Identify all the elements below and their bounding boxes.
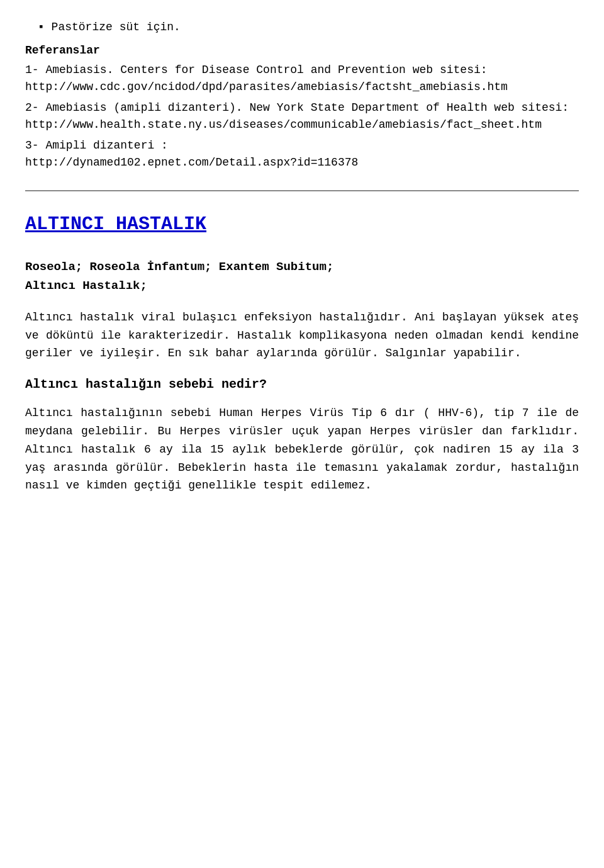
ref-3-number: 3-	[25, 139, 39, 152]
ref-item-3: 3- Amipli dizanteri : http://dynamed102.…	[25, 137, 579, 171]
subsection-title: Altıncı hastalığın sebebi nedir?	[25, 375, 579, 394]
ref-item-1: 1- Amebiasis. Centers for Disease Contro…	[25, 62, 579, 96]
ref-1-number: 1-	[25, 64, 39, 76]
ref-2-label: Amebiasis (amipli dizanteri). New York S…	[45, 101, 569, 114]
section-divider	[25, 190, 579, 191]
references-section: Referanslar 1- Amebiasis. Centers for Di…	[25, 42, 579, 171]
references-title: Referanslar	[25, 42, 579, 59]
ref-3-label: Amipli dizanteri :	[45, 139, 167, 152]
ref-2-number: 2-	[25, 101, 39, 114]
ref-item-2: 2- Amebiasis (amipli dizanteri). New Yor…	[25, 99, 579, 133]
top-bullet-line: Pastörize süt için.	[25, 19, 579, 36]
intro-text: Altıncı hastalık viral bulaşıcı enfeksiy…	[25, 308, 579, 363]
section-title: ALTINCI HASTALIK	[25, 210, 579, 239]
subtitle-line-2: Altıncı Hastalık;	[25, 276, 579, 295]
ref-2-url: http://www.health.state.ny.us/diseases/c…	[25, 118, 542, 131]
ref-1-url: http://www.cdc.gov/ncidod/dpd/parasites/…	[25, 81, 508, 93]
subsection-body: Altıncı hastalığının sebebi Human Herpes…	[25, 404, 579, 495]
subtitle-block: Roseola; Roseola İnfantum; Exantem Subit…	[25, 257, 579, 296]
ref-3-url: http://dynamed102.epnet.com/Detail.aspx?…	[25, 156, 358, 169]
subtitle-line-1: Roseola; Roseola İnfantum; Exantem Subit…	[25, 257, 579, 276]
ref-1-label: Amebiasis. Centers for Disease Control a…	[45, 64, 487, 76]
